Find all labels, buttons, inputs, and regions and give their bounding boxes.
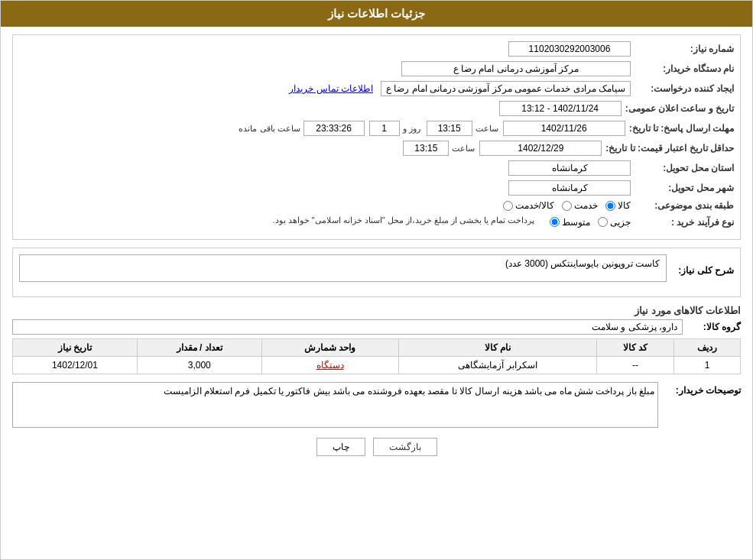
col-name: نام کالا bbox=[398, 339, 596, 357]
city-value: کرمانشاه bbox=[508, 180, 631, 196]
price-validity-time: 13:15 bbox=[403, 141, 449, 156]
col-unit: واحد شمارش bbox=[261, 339, 398, 357]
response-days-value: 1 bbox=[369, 121, 400, 136]
process-option-medium-label: متوسط bbox=[562, 217, 590, 228]
buyer-org-label: نام دستگاه خریدار: bbox=[635, 63, 734, 74]
buyer-notes-label: توصیحات خریدار: bbox=[664, 382, 741, 396]
category-radio-goods-service[interactable] bbox=[503, 201, 513, 211]
table-cell-unit: دستگاه bbox=[261, 357, 398, 374]
requester-value: سیامک مرادی خدمات عمومی مرکز آموزشی درما… bbox=[381, 81, 631, 96]
announce-date-row: تاریخ و ساعت اعلان عمومی: 1402/11/24 - 1… bbox=[19, 101, 734, 116]
process-note: پرداخت تمام یا بخشی از مبلغ خرید،از محل … bbox=[272, 215, 534, 225]
category-option-goods-service-label: کالا/خدمت bbox=[515, 200, 554, 211]
category-option-goods[interactable]: کالا bbox=[605, 200, 631, 211]
price-validity-time-label: ساعت bbox=[452, 144, 475, 154]
category-option-goods-label: کالا bbox=[618, 200, 631, 211]
price-validity-row: حداقل تاریخ اعتبار قیمت: تا تاریخ: 1402/… bbox=[19, 141, 734, 156]
announce-date-label: تاریخ و ساعت اعلان عمومی: bbox=[625, 103, 734, 114]
buyer-notes-textarea bbox=[12, 382, 658, 428]
need-number-value: 1102030292003006 bbox=[508, 41, 631, 57]
process-radio-small[interactable] bbox=[598, 217, 608, 227]
page-title: جزئیات اطلاعات نیاز bbox=[328, 7, 425, 20]
province-row: استان محل تحویل: کرمانشاه bbox=[19, 160, 734, 176]
process-row: نوع فرآیند خرید : متوسط جزیی پرداخت تمام… bbox=[19, 215, 734, 228]
process-label: نوع فرآیند خرید : bbox=[635, 217, 734, 228]
buyer-notes-content bbox=[12, 382, 658, 430]
need-number-row: شماره نیاز: 1102030292003006 bbox=[19, 41, 734, 57]
response-remaining-label: ساعت باقی مانده bbox=[239, 124, 300, 134]
table-cell-date: 1402/12/01 bbox=[13, 357, 138, 374]
page-header: جزئیات اطلاعات نیاز bbox=[1, 1, 752, 27]
goods-section-title: اطلاعات کالاهای مورد نیاز bbox=[12, 305, 741, 316]
back-button[interactable]: بازگشت bbox=[373, 438, 437, 456]
page-wrapper: جزئیات اطلاعات نیاز شماره نیاز: 11020302… bbox=[0, 0, 753, 560]
response-date-value: 1402/11/26 bbox=[503, 121, 625, 136]
col-quantity: تعداد / مقدار bbox=[137, 339, 261, 357]
table-cell-code: -- bbox=[597, 357, 674, 374]
category-radio-service[interactable] bbox=[562, 201, 572, 211]
category-radio-goods[interactable] bbox=[605, 201, 615, 211]
category-option-goods-service[interactable]: کالا/خدمت bbox=[503, 200, 554, 211]
description-row: شرح کلی نیاز: کاست تروپونین بایوساینتکس … bbox=[19, 254, 734, 286]
buyer-org-value: مرکز آموزشی درمانی امام رضا ع bbox=[401, 61, 631, 76]
goods-group-label: گروه کالا: bbox=[687, 322, 741, 332]
province-value: کرمانشاه bbox=[508, 160, 631, 176]
category-radio-group: کالا/خدمت خدمت کالا bbox=[503, 200, 631, 211]
process-option-small[interactable]: جزیی bbox=[598, 217, 631, 228]
price-validity-label: حداقل تاریخ اعتبار قیمت: تا تاریخ: bbox=[605, 143, 734, 154]
table-row: 1--اسکرابر آزمایشگاهیدستگاه3,0001402/12/… bbox=[13, 357, 741, 374]
requester-label: ایجاد کننده درخواست: bbox=[635, 83, 734, 94]
goods-table: ردیف کد کالا نام کالا واحد شمارش تعداد /… bbox=[12, 338, 741, 374]
buttons-row: بازگشت چاپ bbox=[12, 438, 741, 456]
city-label: شهر محل تحویل: bbox=[635, 183, 734, 193]
response-days-label: روز و bbox=[403, 124, 420, 134]
col-date: تاریخ نیاز bbox=[13, 339, 138, 357]
goods-section: اطلاعات کالاهای مورد نیاز گروه کالا: دار… bbox=[12, 305, 741, 430]
goods-group-row: گروه کالا: دارو، پزشکی و سلامت bbox=[12, 319, 741, 335]
city-row: شهر محل تحویل: کرمانشاه bbox=[19, 180, 734, 196]
table-cell-quantity: 3,000 bbox=[137, 357, 261, 374]
table-cell-row: 1 bbox=[674, 357, 741, 374]
requester-row: ایجاد کننده درخواست: سیامک مرادی خدمات ع… bbox=[19, 81, 734, 96]
contact-link[interactable]: اطلاعات تماس خریدار bbox=[289, 83, 373, 94]
col-code: کد کالا bbox=[597, 339, 674, 357]
response-deadline-row: مهلت ارسال پاسخ: تا تاریخ: 1402/11/26 سا… bbox=[19, 121, 734, 136]
price-validity-date: 1402/12/29 bbox=[479, 141, 602, 156]
response-deadline-label: مهلت ارسال پاسخ: تا تاریخ: bbox=[629, 123, 734, 134]
process-option-medium[interactable]: متوسط bbox=[550, 217, 590, 228]
response-time-label: ساعت bbox=[475, 124, 498, 134]
table-cell-name: اسکرابر آزمایشگاهی bbox=[398, 357, 596, 374]
need-number-label: شماره نیاز: bbox=[635, 44, 734, 54]
buyer-org-row: نام دستگاه خریدار: مرکز آموزشی درمانی ام… bbox=[19, 61, 734, 76]
goods-group-value: دارو، پزشکی و سلامت bbox=[12, 319, 683, 335]
category-label: طبقه بندی موضوعی: bbox=[635, 200, 734, 211]
description-label: شرح کلی نیاز: bbox=[673, 265, 734, 276]
print-button[interactable]: چاپ bbox=[316, 438, 365, 456]
process-radio-group: متوسط جزیی bbox=[550, 217, 631, 228]
category-row: طبقه بندی موضوعی: کالا/خدمت خدمت کالا bbox=[19, 200, 734, 211]
buyer-notes-section: توصیحات خریدار: bbox=[12, 382, 741, 430]
response-remaining-value: 23:33:26 bbox=[303, 121, 365, 136]
description-section: شرح کلی نیاز: کاست تروپونین بایوساینتکس … bbox=[12, 248, 741, 297]
response-time-value: 13:15 bbox=[427, 121, 472, 136]
process-option-small-label: جزیی bbox=[610, 217, 631, 228]
category-option-service[interactable]: خدمت bbox=[562, 200, 598, 211]
content-area: شماره نیاز: 1102030292003006 نام دستگاه … bbox=[1, 27, 752, 471]
announce-date-value: 1402/11/24 - 13:12 bbox=[499, 101, 622, 116]
description-value: کاست تروپونین بایوساینتکس (3000 عدد) bbox=[19, 254, 667, 282]
col-row: ردیف bbox=[674, 339, 741, 357]
province-label: استان محل تحویل: bbox=[635, 163, 734, 173]
category-option-service-label: خدمت bbox=[574, 200, 598, 211]
info-section: شماره نیاز: 1102030292003006 نام دستگاه … bbox=[12, 34, 741, 240]
process-radio-medium[interactable] bbox=[550, 217, 560, 227]
